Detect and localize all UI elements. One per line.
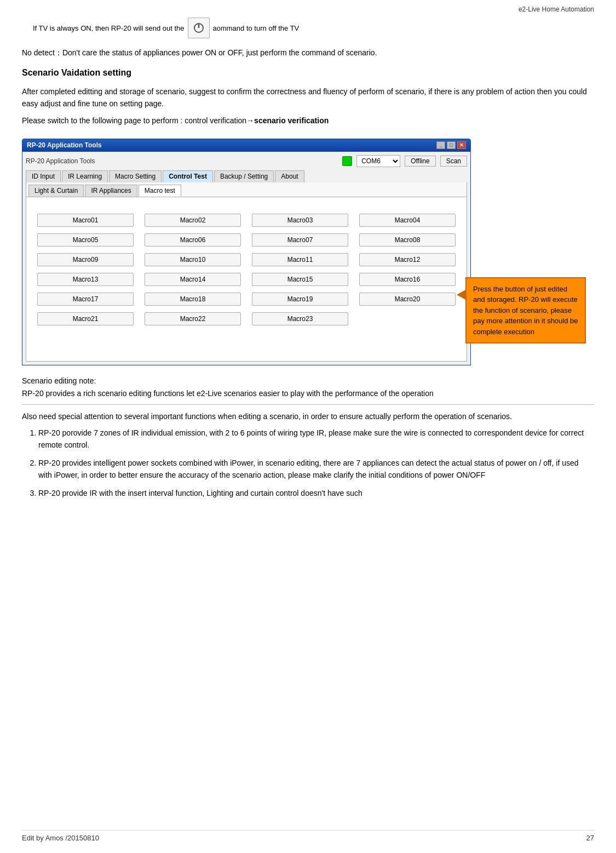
body-para2: Please switch to the following page to p…	[22, 115, 594, 127]
footer-right: 27	[586, 834, 594, 842]
offline-button[interactable]: Offline	[405, 156, 435, 167]
divider	[22, 404, 594, 405]
below-para2: Also need special attention to several i…	[22, 410, 594, 422]
status-indicator	[342, 156, 352, 166]
macro-button-9[interactable]: Macro09	[37, 253, 134, 266]
window-titlebar-buttons: _ □ ✕	[436, 141, 466, 149]
tab-ir-learning[interactable]: IR Learning	[62, 170, 108, 182]
window-container: RP-20 Application Tools _ □ ✕ RP-20 Appl…	[22, 139, 471, 365]
macro-button-7[interactable]: Macro07	[252, 233, 348, 247]
macro-button-13[interactable]: Macro13	[37, 273, 134, 286]
power-icon-box	[188, 18, 210, 38]
power-icon	[193, 22, 205, 34]
section-title: Scenario Vaidation setting	[22, 68, 594, 78]
header-title: e2-Live Home Automation	[519, 5, 594, 13]
list-item-3: RP-20 provide IR with the insert interva…	[38, 487, 594, 499]
window-titlebar: RP-20 Application Tools _ □ ✕	[22, 139, 471, 152]
scan-button[interactable]: Scan	[440, 156, 467, 167]
macro-button-3[interactable]: Macro03	[252, 214, 348, 227]
macro-button-19[interactable]: Macro19	[252, 293, 348, 306]
macro-button-8[interactable]: Macro08	[359, 233, 456, 247]
window-body: RP-20 Application Tools COM6 Offline Sca…	[22, 152, 471, 365]
footer-left: Edit by Amos /20150810	[22, 834, 99, 842]
callout-arrow	[457, 289, 467, 300]
callout-box: Press the button of just edited and stor…	[465, 277, 586, 344]
footer: Edit by Amos /20150810 27	[22, 830, 594, 842]
body-para1: After completed editting and storage of …	[22, 85, 594, 110]
macro-button-15[interactable]: Macro15	[252, 273, 348, 286]
numbered-list: RP-20 porovide 7 zones of IR individual …	[38, 427, 594, 499]
tabs-row: ID Input IR Learning Macro Setting Contr…	[26, 170, 467, 182]
maximize-button[interactable]: □	[447, 141, 456, 149]
macro-grid: Macro01Macro02Macro03Macro04Macro05Macro…	[37, 214, 456, 325]
macro-button-1[interactable]: Macro01	[37, 214, 134, 227]
tab-backup-setting[interactable]: Backup / Setting	[214, 170, 274, 182]
macro-button-18[interactable]: Macro18	[145, 293, 241, 306]
macro-button-6[interactable]: Macro06	[145, 233, 241, 247]
tv-line-before: If TV is always ON, then RP-20 will send…	[33, 24, 185, 32]
page-header: e2-Live Home Automation	[22, 5, 594, 13]
tab-macro-setting[interactable]: Macro Setting	[109, 170, 162, 182]
tv-line: If TV is always ON, then RP-20 will send…	[33, 18, 594, 38]
body-para2-pre: Please switch to the following page to p…	[22, 116, 246, 125]
macro-button-23[interactable]: Macro23	[252, 312, 348, 325]
below-para1: RP-20 provides a rich scenario editing f…	[22, 387, 594, 399]
macro-button-14[interactable]: Macro14	[145, 273, 241, 286]
tv-line-after: aommand to turn off the TV	[213, 24, 300, 32]
callout-text: Press the button of just edited and stor…	[473, 285, 578, 336]
com-port-select[interactable]: COM6	[356, 155, 400, 167]
toolbar-label: RP-20 Application Tools	[26, 157, 338, 165]
macro-button-4[interactable]: Macro04	[359, 214, 456, 227]
list-item-2: RP-20 provides intelligent power sockets…	[38, 457, 594, 482]
macro-button-11[interactable]: Macro11	[252, 253, 348, 266]
body-para2-bold: scenario verification	[254, 116, 329, 125]
tab-id-input[interactable]: ID Input	[26, 170, 61, 182]
macro-area: Macro01Macro02Macro03Macro04Macro05Macro…	[26, 197, 467, 362]
macro-button-16[interactable]: Macro16	[359, 273, 456, 286]
macro-button-10[interactable]: Macro10	[145, 253, 241, 266]
subtabs-row: Light & Curtain IR Appliances Macro test	[26, 182, 467, 197]
macro-button-22[interactable]: Macro22	[145, 312, 241, 325]
no-detect-line: No detect：Don't care the status of appli…	[22, 48, 594, 58]
tab-control-test[interactable]: Control Test	[163, 170, 213, 182]
subtab-light-curtain[interactable]: Light & Curtain	[28, 185, 84, 197]
macro-button-20[interactable]: Macro20	[359, 293, 456, 306]
subtab-ir-appliances[interactable]: IR Appliances	[85, 185, 137, 197]
tab-about[interactable]: About	[275, 170, 304, 182]
application-window: RP-20 Application Tools _ □ ✕ RP-20 Appl…	[22, 131, 471, 376]
close-button[interactable]: ✕	[457, 141, 466, 149]
macro-button-21[interactable]: Macro21	[37, 312, 134, 325]
toolbar-row: RP-20 Application Tools COM6 Offline Sca…	[26, 155, 467, 167]
macro-button-5[interactable]: Macro05	[37, 233, 134, 247]
list-item-1: RP-20 porovide 7 zones of IR individual …	[38, 427, 594, 451]
scenario-note-label: Scenario editing note:	[22, 376, 594, 385]
minimize-button[interactable]: _	[436, 141, 445, 149]
subtab-macro-test[interactable]: Macro test	[139, 185, 181, 197]
macro-button-17[interactable]: Macro17	[37, 293, 134, 306]
macro-button-2[interactable]: Macro02	[145, 214, 241, 227]
window-title: RP-20 Application Tools	[27, 141, 102, 149]
macro-button-12[interactable]: Macro12	[359, 253, 456, 266]
